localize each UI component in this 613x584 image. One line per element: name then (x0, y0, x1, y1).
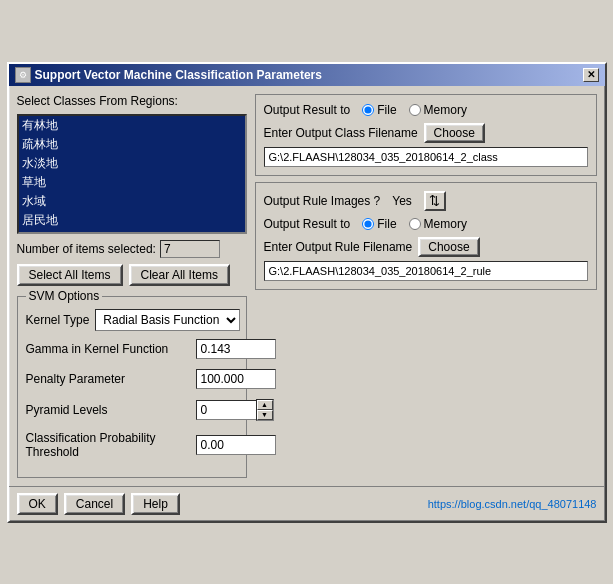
choose-class-button[interactable]: Choose (424, 123, 485, 143)
select-all-button[interactable]: Select All Items (17, 264, 123, 286)
list-item[interactable]: 水域 (19, 192, 245, 211)
output-class-label: Output Result to (264, 103, 351, 117)
rule-file-radio[interactable] (362, 218, 374, 230)
main-window: ⚙ Support Vector Machine Classification … (7, 62, 607, 523)
penalty-row: Penalty Parameter (26, 369, 238, 389)
ok-button[interactable]: OK (17, 493, 58, 515)
svm-group-title: SVM Options (26, 289, 103, 303)
penalty-label: Penalty Parameter (26, 372, 196, 386)
choose-rule-button[interactable]: Choose (418, 237, 479, 257)
rule-filename-row: Enter Output Rule Filename Choose (264, 237, 588, 257)
pyramid-label: Pyramid Levels (26, 403, 196, 417)
pyramid-row: Pyramid Levels ▲ ▼ (26, 399, 238, 421)
list-item[interactable]: 疏林地 (19, 135, 245, 154)
classes-listbox[interactable]: 有林地 疏林地 水淡地 草地 水域 居民地 裸地 (17, 114, 247, 234)
items-selected-row: Number of items selected: (17, 240, 247, 258)
items-selected-count[interactable] (160, 240, 220, 258)
classes-label: Select Classes From Regions: (17, 94, 247, 108)
file-radio-label: File (362, 103, 396, 117)
classification-prob-input[interactable] (196, 435, 276, 455)
output-rule-top-row: Output Rule Images ? Yes ⇅ (264, 191, 588, 211)
classification-prob-row: Classification Probability Threshold (26, 431, 238, 459)
rule-filename-label: Enter Output Rule Filename (264, 240, 413, 254)
clear-all-button[interactable]: Clear All Items (129, 264, 230, 286)
rule-memory-radio[interactable] (409, 218, 421, 230)
classification-prob-label: Classification Probability Threshold (26, 431, 196, 459)
app-icon: ⚙ (15, 67, 31, 83)
items-selected-label: Number of items selected: (17, 242, 156, 256)
pyramid-up-button[interactable]: ▲ (257, 400, 273, 410)
memory-radio-label: Memory (409, 103, 467, 117)
pyramid-down-button[interactable]: ▼ (257, 410, 273, 420)
rule-file-radio-label: File (362, 217, 396, 231)
title-bar: ⚙ Support Vector Machine Classification … (9, 64, 605, 86)
window-title: Support Vector Machine Classification Pa… (35, 68, 322, 82)
svm-params: Gamma in Kernel Function Penalty Paramet… (26, 339, 238, 459)
kernel-label: Kernel Type (26, 313, 90, 327)
rule-file-radio-text: File (377, 217, 396, 231)
class-filename-row: Enter Output Class Filename Choose (264, 123, 588, 143)
rule-memory-radio-text: Memory (424, 217, 467, 231)
help-button[interactable]: Help (131, 493, 180, 515)
select-clear-row: Select All Items Clear All Items (17, 264, 247, 286)
class-filename-label: Enter Output Class Filename (264, 126, 418, 140)
gamma-input[interactable] (196, 339, 276, 359)
kernel-type-select[interactable]: Linear Polynomial Radial Basis Function … (95, 309, 240, 331)
output-class-radio-row: Output Result to File Memory (264, 103, 588, 117)
pyramid-input[interactable] (196, 400, 256, 420)
left-panel: Select Classes From Regions: 有林地 疏林地 水淡地… (17, 94, 247, 478)
rule-path-input[interactable] (264, 261, 588, 281)
memory-radio-text: Memory (424, 103, 467, 117)
file-radio-text: File (377, 103, 396, 117)
file-radio[interactable] (362, 104, 374, 116)
cancel-button[interactable]: Cancel (64, 493, 125, 515)
list-item[interactable]: 水淡地 (19, 154, 245, 173)
output-rule-label: Output Rule Images ? (264, 194, 381, 208)
swap-icon-button[interactable]: ⇅ (424, 191, 446, 211)
pyramid-spinner-buttons: ▲ ▼ (256, 399, 274, 421)
rule-memory-radio-label: Memory (409, 217, 467, 231)
output-rule-result-label: Output Result to (264, 217, 351, 231)
kernel-type-row: Kernel Type Linear Polynomial Radial Bas… (26, 309, 238, 331)
close-button[interactable]: ✕ (583, 68, 599, 82)
right-panel: Output Result to File Memory Enter Outpu… (255, 94, 597, 478)
list-item[interactable]: 居民地 (19, 211, 245, 230)
status-bar: https://blog.csdn.net/qq_48071148 (186, 498, 597, 510)
list-item[interactable]: 裸地 (19, 230, 245, 234)
main-content: Select Classes From Regions: 有林地 疏林地 水淡地… (9, 86, 605, 486)
output-class-box: Output Result to File Memory Enter Outpu… (255, 94, 597, 176)
penalty-input[interactable] (196, 369, 276, 389)
bottom-bar: OK Cancel Help https://blog.csdn.net/qq_… (9, 486, 605, 521)
list-item[interactable]: 有林地 (19, 116, 245, 135)
svm-options-group: SVM Options Kernel Type Linear Polynomia… (17, 296, 247, 478)
class-path-input[interactable] (264, 147, 588, 167)
pyramid-spinner: ▲ ▼ (196, 399, 274, 421)
yes-label: Yes (392, 194, 412, 208)
output-rule-box: Output Rule Images ? Yes ⇅ Output Result… (255, 182, 597, 290)
list-item[interactable]: 草地 (19, 173, 245, 192)
gamma-label: Gamma in Kernel Function (26, 342, 196, 356)
output-rule-radio-row: Output Result to File Memory (264, 217, 588, 231)
gamma-row: Gamma in Kernel Function (26, 339, 238, 359)
memory-radio[interactable] (409, 104, 421, 116)
